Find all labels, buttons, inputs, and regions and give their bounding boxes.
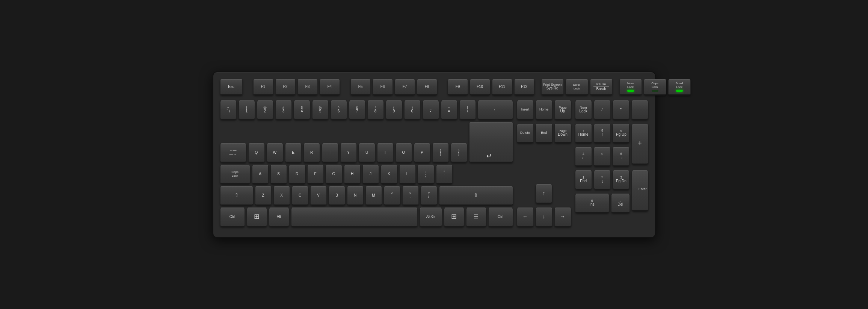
key-delete[interactable]: Delete [517, 124, 534, 143]
key-t[interactable]: T [322, 143, 338, 163]
key-scroll-lock-indicator[interactable]: Scroll Lock [668, 79, 691, 95]
key-1[interactable]: ! 1 [239, 100, 255, 120]
key-5[interactable]: % 5 [312, 100, 329, 120]
key-g[interactable]: G [326, 165, 342, 184]
key-z[interactable]: Z [255, 186, 272, 206]
key-print-screen[interactable]: Print Screen Sys Rq [541, 79, 564, 95]
key-alt-left[interactable]: Alt [269, 208, 289, 227]
key-k[interactable]: K [381, 165, 397, 184]
key-esc[interactable]: Esc [220, 79, 243, 95]
key-e[interactable]: E [285, 143, 302, 163]
key-p[interactable]: P [414, 143, 430, 163]
key-numpad-enter[interactable]: Enter [632, 170, 648, 211]
key-backslash[interactable]: | \ [459, 100, 476, 120]
key-f8[interactable]: F8 [417, 79, 437, 95]
key-arrow-right[interactable]: → [554, 208, 571, 227]
key-arrow-down[interactable]: ↓ [536, 208, 553, 227]
key-insert[interactable]: Insert [517, 100, 534, 120]
key-numlock[interactable]: Num Lock [575, 100, 592, 120]
key-f5[interactable]: F5 [350, 79, 371, 95]
key-enter[interactable]: ↵ [469, 122, 513, 163]
key-c[interactable]: C [292, 186, 308, 206]
key-f12[interactable]: F12 [514, 79, 534, 95]
key-4[interactable]: $ 4 [294, 100, 310, 120]
key-7[interactable]: & 7 [349, 100, 365, 120]
key-f1[interactable]: F1 [253, 79, 273, 95]
key-comma[interactable]: < , [384, 186, 400, 206]
key-v[interactable]: V [310, 186, 327, 206]
key-f2[interactable]: F2 [275, 79, 296, 95]
key-o[interactable]: O [396, 143, 412, 163]
key-pause[interactable]: Pause Break [590, 79, 613, 95]
key-w[interactable]: W [267, 143, 283, 163]
key-2[interactable]: @ 2 [257, 100, 273, 120]
key-numpad-6[interactable]: 6 → [613, 147, 629, 167]
key-m[interactable]: M [365, 186, 382, 206]
key-quote[interactable]: " ' [436, 165, 453, 184]
key-f10[interactable]: F10 [470, 79, 490, 95]
key-menu[interactable]: ☰ [466, 208, 486, 227]
key-slash[interactable]: ? / [421, 186, 437, 206]
key-numpad-plus[interactable]: + [632, 124, 648, 165]
key-backtick[interactable]: ~ ` \ [220, 100, 237, 120]
key-left-bracket[interactable]: { [ [432, 143, 449, 163]
key-l[interactable]: L [399, 165, 416, 184]
key-numpad-8[interactable]: 8 ↑ [594, 124, 611, 143]
key-numpad-4[interactable]: 4 ← [575, 147, 592, 167]
key-numpad-multiply[interactable]: * [613, 100, 629, 120]
key-i[interactable]: I [377, 143, 394, 163]
key-numpad-7[interactable]: 7 Home [575, 124, 592, 143]
key-ctrl-right[interactable]: Ctrl [488, 208, 513, 227]
key-numpad-3[interactable]: 3 Pg Dn [613, 170, 629, 190]
key-h[interactable]: H [344, 165, 361, 184]
key-end[interactable]: End [536, 124, 553, 143]
key-3[interactable]: # 3 [275, 100, 292, 120]
key-page-up[interactable]: Page Up [554, 100, 571, 120]
key-right-bracket[interactable]: } ] [451, 143, 467, 163]
key-shift-right[interactable]: ⇧ [439, 186, 513, 206]
key-f6[interactable]: F6 [373, 79, 393, 95]
key-u[interactable]: U [359, 143, 375, 163]
key-numpad-5[interactable]: 5 — [594, 147, 611, 167]
key-f9[interactable]: F9 [448, 79, 468, 95]
key-numpad-minus[interactable]: - [631, 100, 648, 120]
key-tab[interactable]: ←— —→ [220, 143, 246, 163]
key-y[interactable]: Y [340, 143, 357, 163]
key-f7[interactable]: F7 [395, 79, 415, 95]
key-arrow-up[interactable]: ↑ [536, 184, 552, 204]
key-numpad-1[interactable]: 1 End [575, 170, 592, 190]
key-f[interactable]: F [307, 165, 324, 184]
key-a[interactable]: A [252, 165, 269, 184]
key-numpad-2[interactable]: 2 ↓ [594, 170, 611, 190]
key-f4[interactable]: F4 [320, 79, 340, 95]
key-scroll-lock[interactable]: Scroll Lock [566, 79, 588, 95]
key-caps-lock-indicator[interactable]: Caps Lock [644, 79, 666, 95]
key-numpad-0[interactable]: 0 Ins [575, 194, 609, 213]
key-6[interactable]: ^ 6 [331, 100, 347, 120]
key-win-left[interactable]: ⊞ [247, 208, 267, 227]
key-space[interactable] [291, 208, 418, 227]
key-f3[interactable]: F3 [297, 79, 318, 95]
key-b[interactable]: B [329, 186, 345, 206]
key-ctrl-left[interactable]: Ctrl [220, 208, 245, 227]
key-caps-lock[interactable]: Caps Lock [220, 165, 250, 184]
key-j[interactable]: J [362, 165, 379, 184]
key-equals[interactable]: + = [441, 100, 457, 120]
key-q[interactable]: Q [248, 143, 265, 163]
key-numpad-9[interactable]: 9 Pg Up [613, 124, 629, 143]
key-f11[interactable]: F11 [492, 79, 512, 95]
key-semicolon[interactable]: : ; [418, 165, 434, 184]
key-page-down[interactable]: Page Down [554, 124, 571, 143]
key-period[interactable]: > . [402, 186, 419, 206]
key-win-right[interactable]: ⊞ [444, 208, 464, 227]
key-backspace[interactable]: ← [478, 100, 513, 120]
key-0[interactable]: ) 0 [404, 100, 421, 120]
key-minus[interactable]: _ - [423, 100, 439, 120]
key-r[interactable]: R [303, 143, 320, 163]
key-8[interactable]: * 8 [367, 100, 384, 120]
key-n[interactable]: N [347, 186, 364, 206]
key-s[interactable]: S [270, 165, 287, 184]
key-d[interactable]: D [289, 165, 305, 184]
key-9[interactable]: ( 9 [386, 100, 402, 120]
key-alt-gr[interactable]: Alt Gr [420, 208, 442, 227]
